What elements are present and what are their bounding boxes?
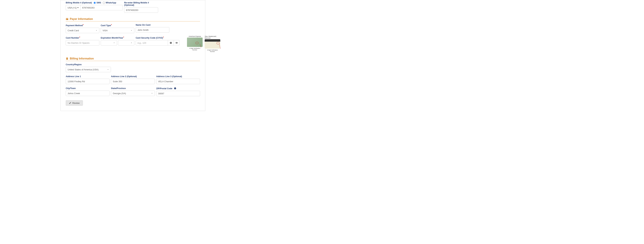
- payment-method-value: Credit Card: [68, 29, 79, 32]
- review-button[interactable]: Review: [66, 100, 83, 106]
- zip-input[interactable]: [156, 91, 200, 96]
- billing-info-title: Billing Information: [70, 57, 94, 60]
- addr2-input[interactable]: [111, 79, 155, 84]
- payment-method-select[interactable]: Credit Card: [66, 28, 99, 33]
- other-card-image: [205, 39, 220, 48]
- whatsapp-radio-label: WhatsApp: [106, 2, 116, 4]
- reenter-mobile-label: Re-enter Billing Mobile # (Optional): [124, 2, 158, 6]
- state-select[interactable]: Georgia (GA): [111, 90, 155, 96]
- payer-info-title: Payer Information: [70, 18, 93, 20]
- eye-icon: [176, 42, 178, 44]
- payment-method-label: Payment Method: [66, 24, 83, 27]
- main-card: Billing Mobile # (Optional) SMS WhatsApp…: [60, 0, 205, 111]
- card-help-images: American Express 4 Digit Verification Nu…: [187, 36, 220, 52]
- exp-year-select[interactable]: [118, 40, 134, 46]
- other-cards-caption: 3 Digit Verification Number: [205, 49, 220, 52]
- city-input[interactable]: [66, 90, 110, 96]
- zip-label: ZIP/Postal Code: [156, 87, 172, 90]
- country-code-dropdown[interactable]: USA (+1): [66, 5, 80, 10]
- review-button-label: Review: [72, 102, 80, 104]
- name-on-card-input[interactable]: [136, 27, 169, 32]
- amex-caption: 4 Digit Verification Number: [187, 48, 202, 51]
- amex-card-image: [187, 38, 202, 47]
- billing-mobile-label: Billing Mobile # (Optional): [66, 2, 92, 4]
- addr1-input[interactable]: [66, 79, 110, 84]
- card-type-select[interactable]: VISA: [101, 28, 134, 33]
- cvv-help-button[interactable]: [168, 40, 174, 46]
- amex-title: American Express: [188, 36, 201, 37]
- caret-down-icon: [77, 7, 79, 8]
- chevron-down-icon: [151, 92, 153, 94]
- sms-radio[interactable]: [94, 2, 96, 4]
- whatsapp-radio[interactable]: [103, 2, 105, 4]
- state-value: Georgia (GA): [113, 92, 126, 95]
- expiration-label: Expiration Month/Year: [101, 37, 123, 39]
- card-type-value: VISA: [102, 29, 108, 32]
- name-on-card-label: Name On Card: [136, 24, 169, 26]
- payer-info-header: Payer Information: [66, 18, 200, 22]
- country-select[interactable]: United States of America (USA): [66, 67, 111, 72]
- chevron-down-icon: [96, 30, 98, 32]
- chevron-down-icon: [107, 68, 109, 70]
- billing-mobile-input[interactable]: [80, 5, 123, 10]
- exp-month-select[interactable]: [101, 40, 117, 46]
- cvv-input[interactable]: [136, 40, 168, 46]
- country-value: United States of America (USA): [68, 68, 98, 71]
- chevron-down-icon: [130, 42, 132, 44]
- other-cards-title: Visa, Mastercard, Discover: [205, 36, 220, 39]
- card-number-label: Card Number: [66, 37, 79, 39]
- cvv-label: Card Security Code (CVV2): [136, 37, 163, 39]
- pencil-icon: [69, 102, 71, 104]
- credit-card-icon: [66, 18, 68, 20]
- state-label: State/Province: [111, 87, 155, 90]
- billing-info-header: Billing Information: [66, 57, 200, 61]
- reenter-mobile-input[interactable]: [124, 7, 158, 13]
- info-icon[interactable]: [174, 87, 176, 90]
- card-type-label: Card Type: [101, 24, 111, 27]
- cvv-reveal-button[interactable]: [174, 40, 180, 46]
- addr3-input[interactable]: [156, 79, 200, 84]
- question-icon: [170, 42, 172, 44]
- sms-radio-label: SMS: [96, 2, 101, 4]
- addr1-label: Address Line 1: [66, 75, 110, 78]
- card-number-input[interactable]: [66, 40, 99, 46]
- chevron-down-icon: [113, 42, 115, 44]
- building-icon: [66, 57, 68, 60]
- chevron-down-icon: [130, 30, 132, 32]
- country-code-value: USA (+1): [68, 6, 76, 9]
- city-label: City/Town: [66, 87, 110, 90]
- addr2-label: Address Line 2 (Optional): [111, 75, 155, 78]
- country-label: Country/Region: [66, 64, 111, 66]
- addr3-label: Address Line 3 (Optional): [156, 75, 200, 78]
